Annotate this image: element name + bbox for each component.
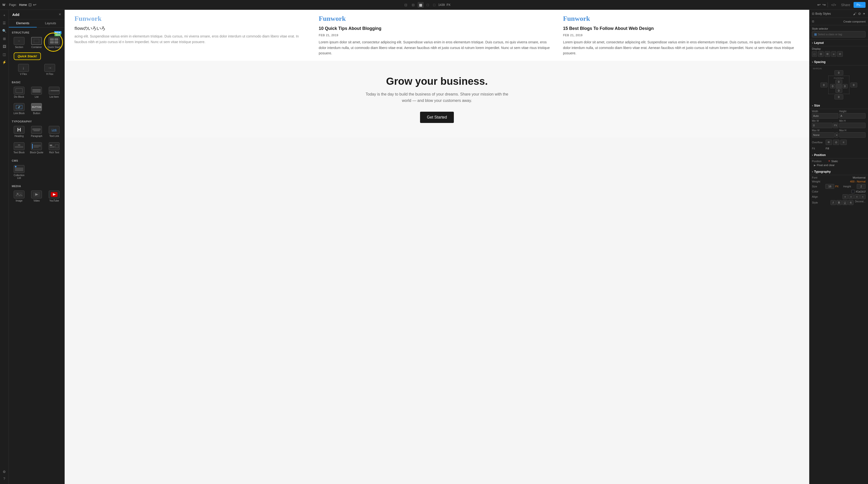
padding-right-input[interactable] [842,84,848,88]
vflex-element[interactable]: ↓ V Flex [11,62,36,78]
line-height-input[interactable] [857,184,866,189]
components-button[interactable]: ◫ [1,51,8,58]
device-tablet-lg-button[interactable]: ⊟ [410,2,416,8]
spacing-section-header[interactable]: ▾ Spacing [809,59,868,65]
quick-stack-label: Quick Stack [48,46,61,49]
strikethrough-button[interactable]: S [848,200,854,205]
interactions-button[interactable]: ✦ [863,12,866,16]
heading-element[interactable]: H Heading [11,124,27,140]
italic-button[interactable]: I [831,200,836,205]
overflow-scroll-button[interactable]: ≡ [840,140,847,145]
align-left-button[interactable]: ≡ [842,194,848,199]
font-size-input[interactable] [826,184,834,189]
display-grid-button[interactable]: ⊞ [825,51,830,57]
width-input[interactable] [812,113,838,119]
padding-bottom-input[interactable] [835,88,842,93]
layout-display-row: Display □ ⊟ ⊞ ≡ ⊘ [809,46,868,59]
bold-button[interactable]: B [836,200,842,205]
rich-text-element[interactable]: Rich Text [46,140,62,156]
navigator-button[interactable]: ☰ [1,20,8,26]
display-none-button[interactable]: ⊘ [837,51,843,57]
video-element[interactable]: Video [28,189,45,204]
cta-button[interactable]: Get Started [420,112,454,123]
padding-left-input[interactable] [830,84,835,88]
device-desktop-button[interactable]: ⊡ [403,2,409,8]
link-block-element[interactable]: 🔗 Link Block [11,101,27,117]
create-component-button[interactable]: Create component [843,20,866,23]
section-element[interactable]: ─ Section [11,35,27,51]
width-label: Width [812,110,838,113]
image-element[interactable]: Image [11,189,27,204]
spacing-fields: MARGIN PADDING [809,65,868,102]
container-element[interactable]: Container [28,35,45,51]
publish-button[interactable]: Pu... [854,2,866,8]
underline-button[interactable]: U [842,200,848,205]
button-label: Button [33,112,40,115]
code-view-button[interactable]: </> [830,2,838,8]
margin-left-input[interactable] [820,83,827,87]
max-h-input[interactable] [839,132,866,138]
max-w-input[interactable] [812,132,835,138]
tab-layouts[interactable]: Layouts [37,19,65,27]
padding-top-input[interactable] [835,80,842,84]
hflex-element[interactable]: → H Flex [37,62,63,78]
help-button[interactable]: ? [1,475,8,482]
settings-button[interactable]: ⚙ [1,468,8,475]
position-value: Static [831,160,838,163]
list-element[interactable]: List [28,85,45,100]
text-block-element[interactable]: Text Block [11,140,27,156]
device-tablet-button[interactable]: ▦ [417,2,424,8]
paint-brush-button[interactable]: 🖌 [853,12,857,16]
text-link-element[interactable]: Link Text Link [46,124,62,140]
min-h-label: Min H [839,120,866,122]
search-button[interactable]: 🔍 [1,27,8,34]
block-quote-label: Block Quote [30,151,43,154]
align-right-button[interactable]: ≡ [854,194,860,199]
height-input[interactable] [839,113,866,119]
size-section-header[interactable]: ▾ Size [809,102,868,109]
min-h-input[interactable] [839,123,866,128]
quick-stack-element[interactable]: NEW Quick Stack [46,35,62,51]
typography-section-header[interactable]: ▾ Typography [809,169,868,175]
undo-button[interactable]: ↩ [817,2,820,7]
add-panel-close-button[interactable]: × [59,12,61,17]
style-selector-placeholder: Select a class or tag [818,33,842,36]
assets-button[interactable]: 🖼 [1,43,8,50]
history-forward-button[interactable]: ↩ [33,2,36,7]
overflow-visible-button[interactable]: 👁 [826,140,832,145]
margin-top-input[interactable] [834,70,843,75]
device-mobile-button[interactable]: □ [432,2,437,8]
add-panel-title: Add [12,12,19,17]
history-back-button[interactable]: ⊡ [28,2,32,7]
button-element[interactable]: BUTTON Button [28,101,45,117]
display-flex-button[interactable]: ⊟ [818,51,824,57]
add-elements-button[interactable]: + [1,12,8,19]
position-section-header[interactable]: ▾ Position [809,152,868,158]
collection-list-element[interactable]: Collection List [11,163,27,181]
block-quote-element[interactable]: Block Quote [28,140,45,156]
color-swatch[interactable] [851,190,855,193]
color-value: #1a1b1f [856,190,866,193]
device-mobile-lg-button[interactable]: □ [425,2,430,8]
paragraph-element[interactable]: Paragraph [28,124,45,140]
tab-elements[interactable]: Elements [9,19,37,27]
div-block-element[interactable]: Div Block [11,85,27,100]
min-w-input[interactable] [812,123,833,128]
margin-bottom-input[interactable] [834,95,843,99]
settings-gear-button[interactable]: ⚙ [858,12,861,16]
align-center-button[interactable]: ≡ [848,194,854,199]
logic-button[interactable]: ⚡ [1,59,8,66]
margin-right-input[interactable] [850,83,857,87]
overflow-hidden-button[interactable]: ⊘ [833,140,839,145]
text-block-label: Text Block [13,151,25,154]
redo-button[interactable]: ↪ [823,2,826,7]
list-item-element[interactable]: • List Item [46,85,62,100]
share-button[interactable]: Share [840,2,851,8]
display-inline-button[interactable]: ≡ [831,51,836,57]
display-block-button[interactable]: □ [812,51,817,57]
style-selector-input[interactable]: ▦ Select a class or tag [812,31,866,37]
youtube-element[interactable]: YouTube [46,189,62,204]
align-justify-button[interactable]: ≡ [860,194,866,199]
cms-button[interactable]: ⊞ [1,35,8,42]
layout-section-header[interactable]: ▾ Layout [809,40,868,46]
